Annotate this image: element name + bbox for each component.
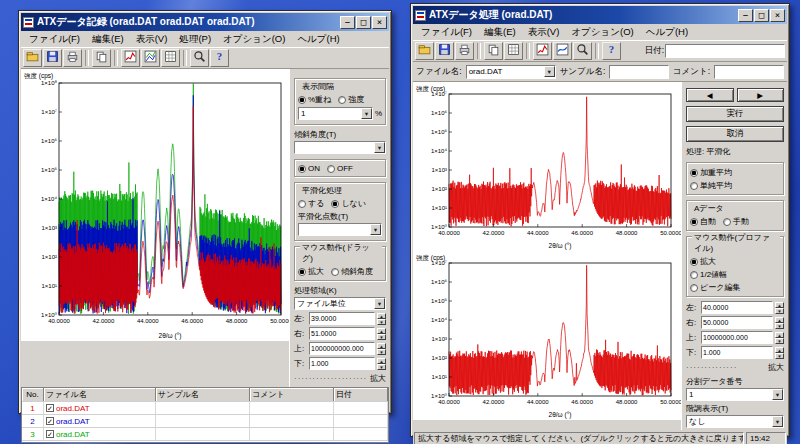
minimize-button[interactable]: − — [340, 16, 355, 29]
radio-option[interactable]: 傾斜角度 — [331, 266, 373, 277]
menu-item-3[interactable]: 処理(P) — [173, 32, 217, 47]
radio-option[interactable]: 1/2値幅 — [690, 269, 780, 280]
zoom-slider[interactable]: ····················拡大 — [294, 373, 386, 384]
spin-input[interactable]: 1.000 — [701, 346, 773, 359]
chevron-down-icon[interactable]: ▼ — [370, 224, 381, 235]
radio-option[interactable]: ON — [298, 164, 320, 173]
radio-option[interactable]: ピーク編集 — [690, 282, 780, 293]
table-row[interactable]: 3✓orad.DAT — [22, 428, 388, 441]
column-header[interactable]: サンプル名 — [156, 388, 250, 401]
chart-red-icon-button[interactable] — [533, 42, 552, 60]
combo-box[interactable]: ▼ — [294, 141, 386, 154]
radio-option[interactable]: 単純平均 — [690, 180, 780, 191]
spin-input[interactable]: 1.000 — [309, 357, 375, 370]
spin-input[interactable]: 40.0000 — [701, 301, 773, 314]
menu-item-4[interactable]: オプション(O) — [217, 32, 291, 47]
column-header[interactable]: ファイル名 — [44, 388, 156, 401]
minimize-button[interactable]: − — [738, 9, 753, 22]
comment-input[interactable] — [714, 65, 784, 79]
menu-item-2[interactable]: 表示(V) — [130, 32, 174, 47]
combo-box[interactable]: ファイル単位▼ — [294, 297, 386, 310]
chevron-down-icon[interactable]: ▼ — [772, 389, 783, 400]
spin-down-icon[interactable]: ▼ — [377, 364, 386, 370]
row-checkbox[interactable]: ✓ — [46, 417, 54, 425]
help-icon-button[interactable]: ? — [210, 49, 229, 67]
spin-down-icon[interactable]: ▼ — [377, 334, 386, 340]
zoom-icon-button[interactable] — [573, 42, 592, 60]
row-checkbox[interactable]: ✓ — [46, 404, 54, 412]
nav-button[interactable]: ▶ — [737, 88, 785, 102]
print-icon-button[interactable] — [63, 49, 82, 67]
combo-box[interactable]: 1▼ — [298, 107, 373, 120]
radio-option[interactable]: 拡大 — [298, 266, 324, 277]
process-chart-bottom[interactable]: 1×10⁷1×10⁶1×10⁵1×10⁴1×10³1×10²1×10¹1×10⁰… — [413, 251, 681, 420]
panel-button[interactable]: 取消 — [686, 126, 784, 142]
folder-open-icon-button[interactable] — [415, 42, 434, 60]
maximize-button[interactable]: □ — [754, 9, 769, 22]
spin-input[interactable]: 10000000.000 — [701, 331, 773, 344]
menu-item-0[interactable]: ファイル(F) — [23, 32, 86, 47]
nav-button[interactable]: ◀ — [686, 88, 734, 102]
chevron-down-icon[interactable]: ▼ — [544, 66, 555, 77]
chart-rgb-icon-button[interactable] — [141, 49, 160, 67]
menu-item-1[interactable]: 編集(E) — [86, 32, 130, 47]
combo-box[interactable]: 1▼ — [686, 388, 784, 401]
process-chart-top[interactable]: 1×10⁷1×10⁶1×10⁵1×10⁴1×10³1×10²1×10¹1×10⁰… — [413, 82, 681, 251]
column-header[interactable]: No. — [22, 388, 44, 401]
panel-button[interactable]: 実行 — [686, 106, 784, 122]
chart-red-icon-button[interactable] — [121, 49, 140, 67]
menu-item-5[interactable]: ヘルプ(H) — [291, 32, 345, 47]
chevron-down-icon[interactable]: ▼ — [374, 298, 385, 309]
spin-input[interactable]: 1000000000.000 — [309, 342, 375, 355]
spin-down-icon[interactable]: ▼ — [377, 349, 386, 355]
zoom-icon-button[interactable] — [190, 49, 209, 67]
chevron-down-icon[interactable]: ▼ — [374, 142, 385, 153]
menu-item-4[interactable]: ヘルプ(H) — [640, 25, 694, 40]
spin-down-icon[interactable]: ▼ — [775, 323, 784, 329]
grid-icon-button[interactable] — [504, 42, 523, 60]
combo-box[interactable]: ▼ — [298, 223, 382, 236]
close-button[interactable]: × — [372, 16, 387, 29]
radio-option[interactable]: %重ね — [298, 94, 331, 105]
chevron-down-icon[interactable]: ▼ — [772, 416, 783, 427]
copy-icon-button[interactable] — [484, 42, 503, 60]
spin-input[interactable]: 51.0000 — [309, 327, 375, 340]
radio-option[interactable]: しない — [331, 198, 366, 209]
spin-down-icon[interactable]: ▼ — [775, 308, 784, 314]
titlebar[interactable]: ATXデータ記録 (orad.DAT orad.DAT orad.DAT) − … — [21, 13, 389, 31]
combo-box[interactable]: なし▼ — [686, 415, 784, 428]
grid-icon-button[interactable] — [161, 49, 180, 67]
spin-down-icon[interactable]: ▼ — [775, 353, 784, 359]
zoom-slider[interactable]: ··············拡大 — [686, 362, 784, 373]
row-checkbox[interactable]: ✓ — [46, 430, 54, 438]
table-row[interactable]: 1✓orad.DAT — [22, 402, 388, 415]
close-button[interactable]: × — [770, 9, 785, 22]
radio-option[interactable]: する — [298, 198, 324, 209]
spin-down-icon[interactable]: ▼ — [775, 338, 784, 344]
radio-option[interactable]: 強度 — [338, 94, 364, 105]
column-header[interactable]: コメント — [250, 388, 334, 401]
menu-item-2[interactable]: 表示(V) — [522, 25, 566, 40]
radio-option[interactable]: 自動 — [690, 216, 716, 227]
folder-open-icon-button[interactable] — [23, 49, 42, 67]
spin-input[interactable]: 39.0000 — [309, 312, 375, 325]
chevron-down-icon[interactable]: ▼ — [361, 108, 372, 119]
radio-option[interactable]: 手動 — [723, 216, 749, 227]
menu-item-3[interactable]: オプション(O) — [565, 25, 639, 40]
overlay-chart[interactable]: 1×10⁸1×10⁷1×10⁶1×10⁵1×10⁴1×10³1×10²1×10¹… — [21, 69, 289, 341]
spin-down-icon[interactable]: ▼ — [377, 319, 386, 325]
column-header[interactable]: 日付 — [334, 388, 388, 401]
copy-icon-button[interactable] — [92, 49, 111, 67]
maximize-button[interactable]: □ — [356, 16, 371, 29]
date-input[interactable] — [665, 44, 785, 58]
titlebar[interactable]: ATXデータ処理 (orad.DAT) − □ × — [413, 6, 787, 24]
table-row[interactable]: 2✓orad.DAT — [22, 415, 388, 428]
radio-option[interactable]: OFF — [327, 164, 353, 173]
menu-item-0[interactable]: ファイル(F) — [415, 25, 478, 40]
sample-name-input[interactable] — [609, 65, 668, 79]
smooth-icon-button[interactable] — [553, 42, 572, 60]
menu-item-1[interactable]: 編集(E) — [478, 25, 522, 40]
spin-input[interactable]: 50.0000 — [701, 316, 773, 329]
file-name-combo[interactable]: orad.DAT ▼ — [466, 65, 556, 79]
save-icon-button[interactable] — [435, 42, 454, 60]
